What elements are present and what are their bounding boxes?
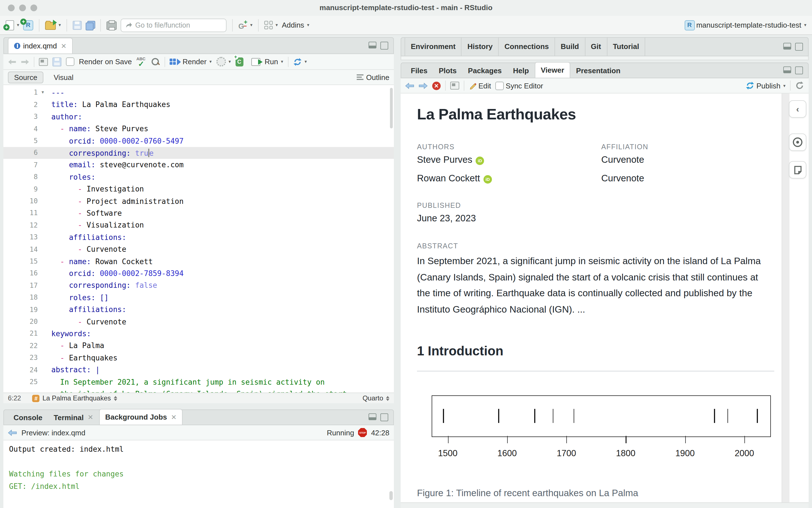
code-line[interactable]: 23 - Earthquakes <box>3 352 394 364</box>
tab-plots[interactable]: Plots <box>433 63 462 78</box>
find-replace-icon[interactable] <box>151 57 160 66</box>
code-line[interactable]: the island of La Palma (Canary Islands, … <box>3 388 394 392</box>
stop-job-icon[interactable]: STOP <box>358 428 367 437</box>
clear-viewer-icon[interactable]: ✕ <box>432 81 441 90</box>
code-line[interactable]: 22 - La Palma <box>3 340 394 352</box>
code-line[interactable]: 25 In September 2021, a significant jump… <box>3 376 394 388</box>
code-editor[interactable]: 1▼---2title: La Palma Earthquakes3author… <box>3 85 394 392</box>
code-line[interactable]: 19 affiliations: <box>3 304 394 316</box>
render-on-save-checkbox[interactable] <box>66 57 74 66</box>
fold-marker-icon[interactable]: ▼ <box>42 90 44 95</box>
code-line[interactable]: 1▼--- <box>3 87 394 99</box>
orcid-icon[interactable]: iD <box>484 175 492 183</box>
minimize-pane-icon[interactable] <box>783 67 791 73</box>
new-file-button[interactable]: + ▾ <box>6 20 19 30</box>
tab-git[interactable]: Git <box>585 37 607 56</box>
refresh-viewer-icon[interactable] <box>795 81 804 90</box>
tab-index-qmd[interactable]: index.qmd ✕ <box>8 38 73 53</box>
close-tab-icon[interactable]: ✕ <box>171 413 177 421</box>
save-icon[interactable] <box>73 20 82 30</box>
tab-help[interactable]: Help <box>508 63 534 78</box>
tab-presentation[interactable]: Presentation <box>571 63 626 78</box>
maximize-pane-icon[interactable] <box>795 67 803 74</box>
code-line[interactable]: 9 - Investigation <box>3 183 394 195</box>
back-icon[interactable] <box>8 58 16 65</box>
open-file-button[interactable]: ▾ <box>45 20 61 30</box>
version-control-button[interactable]: +−G ▾ <box>238 20 252 30</box>
tab-packages[interactable]: Packages <box>462 63 508 78</box>
outline-button[interactable]: Outline <box>357 73 390 81</box>
code-line[interactable]: 6 corresponding: true <box>3 147 394 159</box>
code-line[interactable]: 16 orcid: 0000-0002-7859-8394 <box>3 267 394 280</box>
maximize-pane-icon[interactable] <box>380 413 388 421</box>
code-line[interactable]: 24abstract: | <box>3 364 394 376</box>
insert-chunk-icon[interactable]: C <box>235 57 243 66</box>
tab-environment[interactable]: Environment <box>405 37 462 56</box>
tab-console[interactable]: Console <box>8 410 48 425</box>
close-tab-icon[interactable]: ✕ <box>61 42 67 50</box>
format-selector[interactable]: Quarto <box>363 394 390 402</box>
code-line[interactable]: 3author: <box>3 111 394 123</box>
tab-files[interactable]: Files <box>405 63 433 78</box>
open-in-new-window-icon[interactable] <box>39 58 48 66</box>
forward-icon[interactable] <box>21 58 29 65</box>
orcid-icon[interactable]: iD <box>476 157 484 165</box>
save-document-icon[interactable] <box>52 57 62 66</box>
viewer-popout-icon[interactable] <box>450 82 459 90</box>
code-line[interactable]: 2title: La Palma Earthquakes <box>3 98 394 111</box>
viewer-back-icon[interactable] <box>405 82 414 89</box>
console-scrollbar[interactable] <box>390 491 393 500</box>
code-line[interactable]: 8 roles: <box>3 171 394 183</box>
sync-editor-checkbox[interactable]: Sync Editor <box>496 81 543 90</box>
minimize-pane-icon[interactable] <box>369 42 376 48</box>
section-selector[interactable]: # La Palma Earthquakes <box>32 394 117 402</box>
addins-button[interactable]: Addins ▾ <box>282 21 309 29</box>
annotations-button[interactable] <box>789 161 806 178</box>
code-line[interactable]: 7 email: steve@curvenote.com <box>3 159 394 171</box>
project-menu-button[interactable]: R manuscript-template-rstudio-test ▾ <box>684 20 806 30</box>
minimize-pane-icon[interactable] <box>369 413 376 420</box>
code-line[interactable]: 5 orcid: 0000-0002-0760-5497 <box>3 135 394 147</box>
code-line[interactable]: 11 - Software <box>3 207 394 219</box>
goto-file-function-input[interactable]: Go to file/function <box>121 18 227 32</box>
focus-view-button[interactable] <box>789 133 806 151</box>
workspace-panes-button[interactable]: ▾ <box>264 21 278 29</box>
maximize-pane-icon[interactable] <box>380 42 388 50</box>
tab-connections[interactable]: Connections <box>499 37 555 56</box>
tab-background-jobs[interactable]: Background Jobs✕ <box>99 409 183 425</box>
new-project-button[interactable]: R+ <box>23 20 33 30</box>
render-button[interactable]: Render ▾ <box>170 57 212 66</box>
code-line[interactable]: 20 - Curvenote <box>3 316 394 328</box>
maximize-pane-icon[interactable] <box>795 43 803 51</box>
tab-terminal[interactable]: Terminal✕ <box>48 410 99 425</box>
collapse-panel-button[interactable]: ‹ <box>789 100 806 118</box>
code-line[interactable]: 10 - Project administration <box>3 195 394 207</box>
close-tab-icon[interactable]: ✕ <box>88 413 93 421</box>
rerun-button[interactable]: ▾ <box>293 57 307 66</box>
publish-button[interactable]: Publish ▾ <box>746 81 785 90</box>
code-line[interactable]: 17 corresponding: false <box>3 279 394 291</box>
console-output[interactable]: Output created: index.htmlWatching files… <box>3 440 394 508</box>
code-line[interactable]: 14 - Curvenote <box>3 243 394 255</box>
tab-build[interactable]: Build <box>555 37 585 56</box>
tab-tutorial[interactable]: Tutorial <box>607 37 645 56</box>
viewer-scrollbar-track[interactable] <box>781 93 789 502</box>
source-mode-button[interactable]: Source <box>8 71 43 83</box>
minimize-pane-icon[interactable] <box>783 43 791 50</box>
code-line[interactable]: 21keywords: <box>3 328 394 340</box>
spellcheck-icon[interactable]: ABC✓ <box>136 57 147 67</box>
print-icon[interactable] <box>107 22 117 30</box>
code-line[interactable]: 12 - Visualization <box>3 219 394 231</box>
visual-mode-button[interactable]: Visual <box>48 72 79 83</box>
code-line[interactable]: 13 affiliations: <box>3 231 394 243</box>
code-line[interactable]: 4 - name: Steve Purves <box>3 123 394 135</box>
code-line[interactable]: 15 - name: Rowan Cockett <box>3 255 394 267</box>
render-options-button[interactable]: ▾ <box>216 57 231 67</box>
job-back-icon[interactable] <box>8 429 17 436</box>
run-button[interactable]: Run ▾ <box>251 57 283 66</box>
edit-button[interactable]: Edit <box>469 81 491 90</box>
tab-viewer[interactable]: Viewer <box>534 62 570 78</box>
code-line[interactable]: 18 roles: [] <box>3 291 394 304</box>
save-all-icon[interactable] <box>86 21 95 29</box>
tab-history[interactable]: History <box>462 37 499 56</box>
